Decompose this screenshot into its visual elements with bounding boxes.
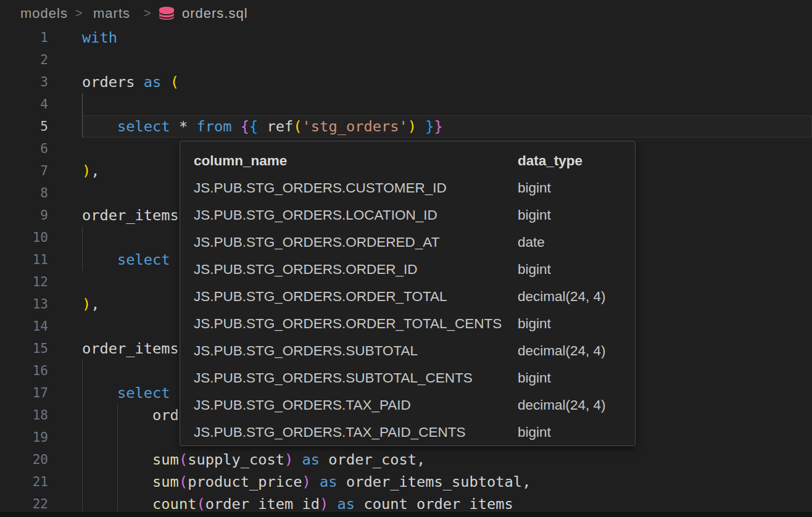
popup-row[interactable]: JS.PUB.STG_ORDERS.ORDER_TOTALdecimal(24,… [180, 283, 635, 310]
line-number: 17 [0, 382, 48, 404]
breadcrumb-item-models[interactable]: models [20, 0, 68, 27]
breadcrumb-item-marts[interactable]: marts [93, 0, 130, 27]
line-number: 1 [0, 27, 48, 49]
popup-row[interactable]: JS.PUB.STG_ORDERS.TAX_PAID_CENTSbigint [180, 419, 635, 446]
popup-cell-column-name: JS.PUB.STG_ORDERS.SUBTOTAL_CENTS [194, 370, 518, 386]
chevron-right-icon: > [144, 0, 152, 27]
line-number: 19 [0, 426, 48, 449]
popup-cell-data-type: bigint [518, 207, 635, 223]
code-text: sum(product_price) as order_items_subtot… [82, 471, 531, 493]
code-line[interactable]: 5 select * from {{ ref('stg_orders') }} [0, 115, 812, 138]
chevron-right-icon: > [75, 0, 83, 27]
popup-cell-column-name: JS.PUB.STG_ORDERS.LOCATION_ID [194, 207, 518, 223]
code-text: sum(supply_cost) as order_cost, [82, 449, 425, 471]
code-line[interactable]: 3orders as ( [0, 71, 812, 93]
line-number: 13 [0, 293, 48, 315]
popup-cell-data-type: decimal(24, 4) [518, 397, 635, 413]
line-number: 3 [0, 71, 48, 93]
code-line[interactable]: 1with [0, 27, 812, 49]
popup-row[interactable]: JS.PUB.STG_ORDERS.CUSTOMER_IDbigint [180, 175, 635, 202]
code-line[interactable]: 20 sum(supply_cost) as order_cost, [0, 449, 812, 471]
line-number: 16 [0, 360, 48, 382]
line-number: 11 [0, 249, 48, 271]
popup-row[interactable]: JS.PUB.STG_ORDERS.TAX_PAIDdecimal(24, 4) [180, 392, 635, 419]
line-number: 10 [0, 226, 48, 249]
popup-header-data-type: data_type [518, 153, 635, 169]
popup-cell-column-name: JS.PUB.STG_ORDERS.ORDERED_AT [194, 234, 518, 250]
code-line[interactable]: 2 [0, 49, 812, 71]
breadcrumb-item-file[interactable]: orders.sql [182, 0, 248, 27]
popup-cell-column-name: JS.PUB.STG_ORDERS.ORDER_TOTAL [194, 289, 518, 305]
popup-row[interactable]: JS.PUB.STG_ORDERS.SUBTOTALdecimal(24, 4) [180, 337, 635, 365]
line-number: 2 [0, 49, 48, 71]
popup-cell-column-name: JS.PUB.STG_ORDERS.ORDER_TOTAL_CENTS [194, 316, 518, 332]
code-text: select [82, 382, 170, 404]
line-number: 5 [0, 115, 48, 138]
line-number: 20 [0, 449, 48, 471]
popup-row[interactable]: JS.PUB.STG_ORDERS.ORDERED_ATdate [180, 229, 635, 256]
column-info-popup: column_name data_type JS.PUB.STG_ORDERS.… [180, 141, 636, 446]
line-number: 6 [0, 138, 48, 160]
code-text: order_items [82, 337, 179, 360]
line-number: 4 [0, 93, 48, 115]
popup-row[interactable]: JS.PUB.STG_ORDERS.ORDER_IDbigint [180, 256, 635, 283]
popup-cell-data-type: decimal(24, 4) [518, 343, 635, 359]
popup-cell-data-type: bigint [518, 180, 635, 196]
popup-cell-data-type: bigint [518, 262, 635, 278]
popup-row[interactable]: JS.PUB.STG_ORDERS.ORDER_TOTAL_CENTSbigin… [180, 310, 635, 337]
popup-row[interactable]: JS.PUB.STG_ORDERS.LOCATION_IDbigint [180, 202, 635, 229]
code-editor: models > marts > orders.sql 1with23order… [0, 0, 812, 517]
code-text: order_items [82, 204, 179, 226]
popup-cell-data-type: bigint [518, 370, 635, 386]
popup-cell-data-type: date [518, 234, 635, 250]
popup-cell-data-type: bigint [518, 316, 635, 332]
popup-row[interactable]: JS.PUB.STG_ORDERS.SUBTOTAL_CENTSbigint [180, 365, 635, 392]
popup-header-column-name: column_name [194, 153, 518, 169]
popup-cell-column-name: JS.PUB.STG_ORDERS.CUSTOMER_ID [194, 180, 518, 196]
code-text: with [82, 27, 117, 49]
code-text: ), [82, 160, 100, 182]
code-text: select * from {{ ref('stg_orders') }} [82, 115, 443, 138]
line-number: 18 [0, 404, 48, 426]
popup-cell-column-name: JS.PUB.STG_ORDERS.TAX_PAID [194, 397, 518, 413]
breadcrumb: models > marts > orders.sql [0, 0, 812, 27]
popup-cell-data-type: bigint [518, 424, 635, 440]
popup-cell-column-name: JS.PUB.STG_ORDERS.TAX_PAID_CENTS [194, 424, 518, 440]
popup-header-row: column_name data_type [180, 147, 635, 175]
code-text: orders as ( [82, 71, 179, 93]
code-text: select [82, 249, 170, 271]
code-line[interactable]: 21 sum(product_price) as order_items_sub… [0, 471, 812, 493]
line-number: 7 [0, 160, 48, 182]
code-line[interactable]: 4 [0, 93, 812, 115]
line-number: 9 [0, 204, 48, 226]
popup-cell-data-type: decimal(24, 4) [518, 289, 635, 305]
line-number: 8 [0, 182, 48, 204]
editor-bottom-edge [0, 511, 812, 517]
popup-cell-column-name: JS.PUB.STG_ORDERS.SUBTOTAL [194, 343, 518, 359]
popup-cell-column-name: JS.PUB.STG_ORDERS.ORDER_ID [194, 262, 518, 278]
line-number: 12 [0, 271, 48, 293]
database-icon [158, 6, 175, 20]
line-number: 14 [0, 315, 48, 337]
code-text: ord [82, 404, 179, 426]
code-text: ), [82, 293, 100, 315]
line-number: 21 [0, 471, 48, 493]
line-number: 15 [0, 337, 48, 360]
